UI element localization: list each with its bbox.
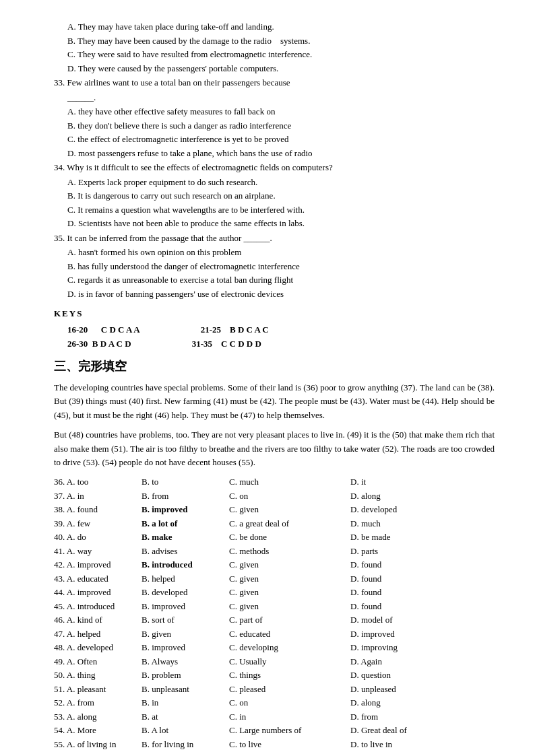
- mc-row-38: 38. A. found B. improved C. given D. dev…: [54, 503, 495, 516]
- mc-row-46: 46. A. kind of B. sort of C. part of D. …: [54, 613, 495, 627]
- mc-row-54: 54. A. More B. A lot C. Large numbers of…: [54, 724, 495, 737]
- mc-row-49: 49. A. Often B. Always C. Usually D. Aga…: [54, 655, 495, 668]
- option-line: B. has fully understood the danger of el…: [67, 260, 495, 273]
- option-line: C. regards it as unreasonable to exercis…: [67, 273, 495, 287]
- mc-section: 36. A. too B. to C. much D. it 37. A. in…: [54, 475, 495, 751]
- mc-row-48: 48. A. developed B. improved C. developi…: [54, 641, 495, 654]
- question-35: 35. It can be inferred from the passage …: [54, 232, 495, 245]
- prev-options: A. They may have taken place during take…: [54, 20, 495, 75]
- keys-rows: 16-20 C D C A A 21-25 B D C A C 26-30 B …: [54, 323, 495, 351]
- option-line: A. They may have taken place during take…: [67, 20, 495, 34]
- option-line: B. They may have been caused by the dama…: [67, 34, 495, 48]
- question-33: 33. Few airlines want to use a total ban…: [54, 76, 495, 90]
- option-line: B. It is dangerous to carry out such res…: [67, 189, 495, 203]
- mc-row-52: 52. A. from B. in C. on D. along: [54, 696, 495, 710]
- mc-row-55: 55. A. of living in B. for living in C. …: [54, 738, 495, 751]
- mc-row-36: 36. A. too B. to C. much D. it: [54, 475, 495, 489]
- mc-row-37: 37. A. in B. from C. on D. along: [54, 489, 495, 503]
- keys-range1: 16-20 C D C A A: [67, 323, 140, 337]
- option-line: A. Experts lack proper equipment to do s…: [67, 176, 495, 189]
- option-line: A. they have other effective safety meas…: [67, 105, 495, 118]
- option-line: C. It remains a question what wavelength…: [67, 203, 495, 217]
- option-line: D. They were caused by the passengers' p…: [67, 62, 495, 75]
- document-body: A. They may have taken place during take…: [54, 20, 495, 756]
- mc-row-44: 44. A. improved B. developed C. given D.…: [54, 586, 495, 599]
- option-line: C. They were said to have resulted from …: [67, 48, 495, 61]
- passage2: But (48) countries have problems, too. T…: [54, 428, 495, 470]
- mc-row-47: 47. A. helped B. given C. educated D. im…: [54, 627, 495, 641]
- mc-row-43: 43. A. educated B. helped C. given D. fo…: [54, 572, 495, 586]
- mc-row-40: 40. A. do B. make C. be done D. be made: [54, 530, 495, 544]
- passage1: The developing countries have special pr…: [54, 381, 495, 423]
- keys-range4: 31-35 C C D D D: [152, 337, 261, 351]
- option-line: B. they don't believe there is such a da…: [67, 119, 495, 133]
- keys-row1: 16-20 C D C A A 21-25 B D C A C: [67, 323, 495, 337]
- keys-range2: 21-25 B D C A C: [160, 323, 269, 337]
- question-34: 34. Why is it difficult to see the effec…: [54, 161, 495, 174]
- option-line: C. the effect of electromagnetic interfe…: [67, 133, 495, 146]
- option-line: D. Scientists have not been able to prod…: [67, 217, 495, 230]
- q34-options: A. Experts lack proper equipment to do s…: [54, 176, 495, 230]
- mc-row-53: 53. A. along B. at C. in D. from: [54, 710, 495, 724]
- keys-title: KEYS: [54, 307, 495, 320]
- option-line: D. most passengers refuse to take a plan…: [67, 147, 495, 160]
- section-title: 三、完形填空: [54, 357, 495, 376]
- mc-row-41: 41. A. way B. advises C. methods D. part…: [54, 545, 495, 558]
- keys-range3: 26-30 B D A C D: [67, 337, 131, 351]
- option-line: A. hasn't formed his own opinion on this…: [67, 246, 495, 259]
- q33-options: A. they have other effective safety meas…: [54, 105, 495, 160]
- q33-blank: ______.: [54, 91, 495, 104]
- q35-options: A. hasn't formed his own opinion on this…: [54, 246, 495, 300]
- mc-row-39: 39. A. few B. a lot of C. a great deal o…: [54, 517, 495, 530]
- mc-row-45: 45. A. introduced B. improved C. given D…: [54, 600, 495, 613]
- option-line: D. is in favor of banning passengers' us…: [67, 287, 495, 301]
- keys-section: KEYS 16-20 C D C A A 21-25 B D C A C 26-…: [54, 307, 495, 351]
- mc-row-51: 51. A. pleasant B. unpleasant C. pleased…: [54, 683, 495, 696]
- mc-row-50: 50. A. thing B. problem C. things D. que…: [54, 668, 495, 682]
- mc-row-42: 42. A. improved B. introduced C. given D…: [54, 558, 495, 572]
- keys-row2: 26-30 B D A C D 31-35 C C D D D: [67, 337, 495, 351]
